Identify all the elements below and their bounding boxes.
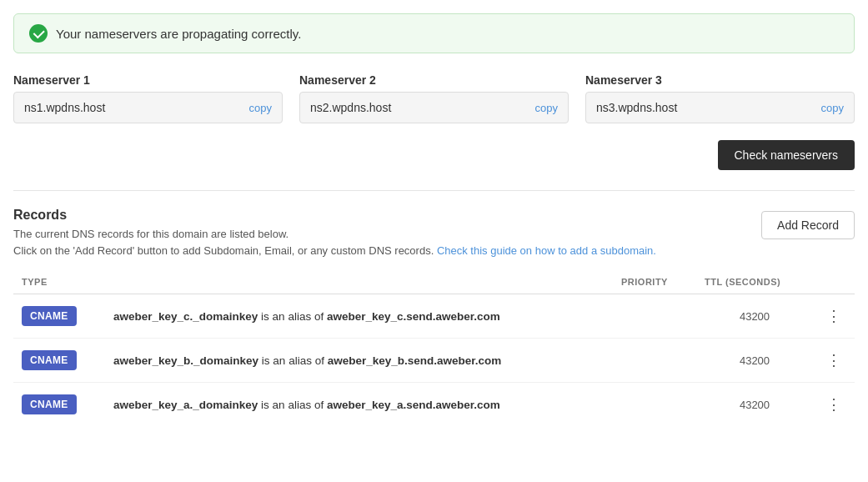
record-type-cell: CNAME: [13, 339, 105, 383]
records-title-block: Records The current DNS records for this…: [13, 208, 656, 259]
record-name: aweber_key_c._domainkey: [113, 310, 258, 323]
page-wrapper: Your nameservers are propagating correct…: [0, 0, 868, 456]
record-ttl-cell: 43200: [696, 294, 813, 339]
nameserver-3: Nameserver 3 ns3.wpdns.host copy: [585, 73, 855, 123]
nameserver-3-copy[interactable]: copy: [821, 102, 844, 114]
propagation-text: Your nameservers are propagating correct…: [56, 27, 301, 41]
table-row: CNAME aweber_key_b._domainkey is an alia…: [13, 339, 855, 383]
record-ttl-cell: 43200: [696, 383, 813, 427]
nameserver-2: Nameserver 2 ns2.wpdns.host copy: [299, 73, 569, 123]
records-table: TYPE PRIORITY TTL (SECONDS) CNAME aweber…: [13, 272, 855, 426]
record-type-cell: CNAME: [13, 294, 105, 339]
record-kebab-menu[interactable]: ⋮: [821, 307, 846, 325]
record-text-cell: aweber_key_a._domainkey is an alias of a…: [105, 383, 613, 427]
records-desc-part1: The current DNS records for this domain …: [13, 228, 288, 240]
record-priority-cell: [613, 339, 696, 383]
record-name: aweber_key_a._domainkey: [113, 399, 258, 411]
record-alias: aweber_key_b.send.aweber.com: [328, 354, 502, 367]
check-nameservers-button[interactable]: Check nameservers: [718, 140, 855, 170]
record-text-cell: aweber_key_b._domainkey is an alias of a…: [105, 339, 613, 383]
record-actions-cell: ⋮: [813, 339, 855, 383]
check-icon: [29, 24, 48, 43]
col-header-priority: PRIORITY: [613, 272, 696, 294]
cname-badge: CNAME: [22, 394, 77, 414]
nameserver-2-copy[interactable]: copy: [535, 102, 558, 114]
record-description: aweber_key_c._domainkey is an alias of a…: [113, 310, 500, 323]
records-title: Records: [13, 208, 656, 223]
table-row: CNAME aweber_key_a._domainkey is an alia…: [13, 383, 855, 427]
record-type-cell: CNAME: [13, 383, 105, 427]
cname-badge: CNAME: [22, 350, 77, 370]
propagation-banner: Your nameservers are propagating correct…: [13, 13, 855, 53]
record-name: aweber_key_b._domainkey: [113, 354, 258, 367]
nameservers-grid: Nameserver 1 ns1.wpdns.host copy Nameser…: [13, 73, 855, 123]
nameserver-1-value: ns1.wpdns.host: [24, 101, 105, 114]
record-priority-cell: [613, 294, 696, 339]
nameserver-2-label: Nameserver 2: [299, 73, 569, 87]
record-kebab-menu[interactable]: ⋮: [821, 395, 846, 414]
nameserver-1-field: ns1.wpdns.host copy: [13, 92, 283, 123]
record-priority-cell: [613, 383, 696, 427]
record-text-cell: aweber_key_c._domainkey is an alias of a…: [105, 294, 613, 339]
record-kebab-menu[interactable]: ⋮: [821, 351, 846, 369]
record-description: aweber_key_b._domainkey is an alias of a…: [113, 354, 501, 367]
col-header-type: TYPE: [13, 272, 105, 294]
col-header-actions: [813, 272, 855, 294]
nameserver-3-label: Nameserver 3: [585, 73, 855, 87]
table-row: CNAME aweber_key_c._domainkey is an alia…: [13, 294, 855, 339]
nameserver-3-field: ns3.wpdns.host copy: [585, 92, 855, 123]
col-header-name-value: [105, 272, 613, 294]
record-actions-cell: ⋮: [813, 294, 855, 339]
record-alias: aweber_key_a.send.aweber.com: [327, 399, 500, 411]
nameserver-1-label: Nameserver 1: [13, 73, 283, 87]
records-guide-link[interactable]: Check this guide on how to add a subdoma…: [437, 244, 656, 257]
nameservers-section: Nameserver 1 ns1.wpdns.host copy Nameser…: [13, 73, 855, 123]
add-record-button[interactable]: Add Record: [761, 211, 855, 239]
records-description: The current DNS records for this domain …: [13, 226, 656, 259]
records-desc-part2: Click on the 'Add Record' button to add …: [13, 244, 434, 257]
col-header-ttl: TTL (SECONDS): [696, 272, 813, 294]
check-ns-row: Check nameservers: [13, 140, 855, 170]
record-ttl-cell: 43200: [696, 339, 813, 383]
nameserver-2-field: ns2.wpdns.host copy: [299, 92, 569, 123]
records-section: Records The current DNS records for this…: [13, 208, 855, 426]
record-actions-cell: ⋮: [813, 383, 855, 427]
section-divider: [13, 190, 855, 191]
nameserver-1: Nameserver 1 ns1.wpdns.host copy: [13, 73, 283, 123]
nameserver-3-value: ns3.wpdns.host: [596, 101, 677, 114]
record-description: aweber_key_a._domainkey is an alias of a…: [113, 399, 500, 411]
nameserver-2-value: ns2.wpdns.host: [310, 101, 391, 114]
cname-badge: CNAME: [22, 306, 77, 326]
nameserver-1-copy[interactable]: copy: [249, 102, 272, 114]
record-alias: aweber_key_c.send.aweber.com: [327, 310, 500, 323]
table-header-row: TYPE PRIORITY TTL (SECONDS): [13, 272, 855, 294]
records-header: Records The current DNS records for this…: [13, 208, 855, 259]
